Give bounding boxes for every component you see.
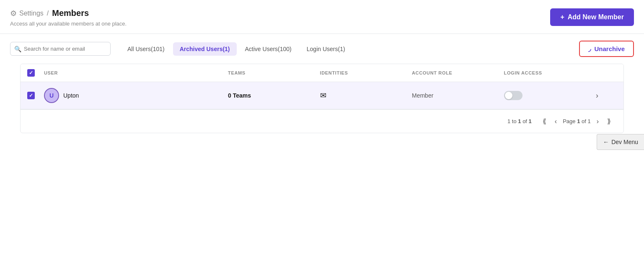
search-wrapper: 🔍 [10, 42, 111, 56]
search-icon: 🔍 [14, 46, 21, 52]
pagination-info: Page 1 of 1 [563, 118, 591, 124]
prev-page-button[interactable]: ‹ [552, 116, 559, 127]
tab-all-users[interactable]: All Users(101) [121, 42, 171, 56]
breadcrumb: ⚙ Settings / Members [10, 8, 127, 18]
table-header-row: ✓ USER TEAMS IDENTITIES ACCOUNT ROLE LOG… [21, 64, 623, 82]
breadcrumb-settings: ⚙ Settings [10, 9, 44, 18]
toolbar: 🔍 All Users(101) Archived Users(1) Activ… [0, 34, 644, 64]
tab-archived-users[interactable]: Archived Users(1) [173, 42, 237, 56]
row-checkbox[interactable]: ✓ [27, 92, 35, 99]
table-row: ✓ U Upton 0 Teams ✉ Member › [21, 82, 623, 109]
page-header: ⚙ Settings / Members Access all your ava… [0, 0, 644, 34]
search-input[interactable] [10, 42, 111, 56]
avatar: U [44, 88, 59, 103]
members-label: Members [52, 8, 89, 18]
last-page-button[interactable]: ⟫ [605, 116, 613, 127]
toolbar-left: 🔍 All Users(101) Archived Users(1) Activ… [10, 42, 352, 56]
user-cell: U Upton [44, 88, 228, 103]
pagination-row: 1 to 1 of 1 ⟪ ‹ Page 1 of 1 › ⟫ [21, 109, 623, 133]
gear-icon: ⚙ [10, 9, 17, 18]
plus-icon: + [560, 13, 564, 21]
add-new-member-button[interactable]: + Add New Member [550, 8, 634, 26]
settings-label: Settings [19, 10, 44, 17]
tabs: All Users(101) Archived Users(1) Active … [121, 42, 352, 56]
header-left: ⚙ Settings / Members Access all your ava… [10, 8, 127, 27]
col-header-account-role: ACCOUNT ROLE [412, 70, 504, 75]
col-header-user: USER [44, 70, 228, 75]
col-header-teams: TEAMS [228, 70, 320, 75]
pagination-count: 1 to 1 of 1 [507, 118, 532, 124]
identity-cell: ✉ [320, 91, 412, 100]
unarchive-button[interactable]: ◞ Unarchive [579, 41, 634, 57]
row-actions-cell: › [596, 91, 617, 100]
toggle-knob [505, 92, 512, 99]
content-area: ✓ USER TEAMS IDENTITIES ACCOUNT ROLE LOG… [10, 64, 634, 133]
members-table: ✓ USER TEAMS IDENTITIES ACCOUNT ROLE LOG… [20, 64, 624, 133]
tab-login-users[interactable]: Login Users(1) [300, 42, 352, 56]
add-member-label: Add New Member [568, 13, 624, 21]
unarchive-icon: ◞ [588, 45, 591, 53]
col-header-login-access: LOGIN ACCESS [504, 70, 596, 75]
login-toggle[interactable] [504, 91, 522, 100]
first-page-button[interactable]: ⟪ [540, 116, 549, 127]
teams-cell: 0 Teams [228, 92, 320, 99]
checkbox-check-icon: ✓ [29, 70, 33, 76]
breadcrumb-separator: / [47, 10, 49, 17]
role-cell: Member [412, 92, 504, 99]
email-identity-icon: ✉ [320, 91, 326, 100]
col-header-identities: IDENTITIES [320, 70, 412, 75]
row-checkbox-icon: ✓ [29, 93, 33, 98]
user-name: Upton [63, 92, 79, 99]
unarchive-label: Unarchive [594, 45, 625, 52]
next-page-button[interactable]: › [594, 116, 601, 127]
row-expand-button[interactable]: › [596, 91, 598, 100]
select-all-checkbox[interactable]: ✓ [27, 69, 35, 77]
page-subtitle: Access all your available members at one… [10, 21, 127, 27]
tab-active-users[interactable]: Active Users(100) [238, 42, 298, 56]
login-access-cell [504, 91, 596, 100]
